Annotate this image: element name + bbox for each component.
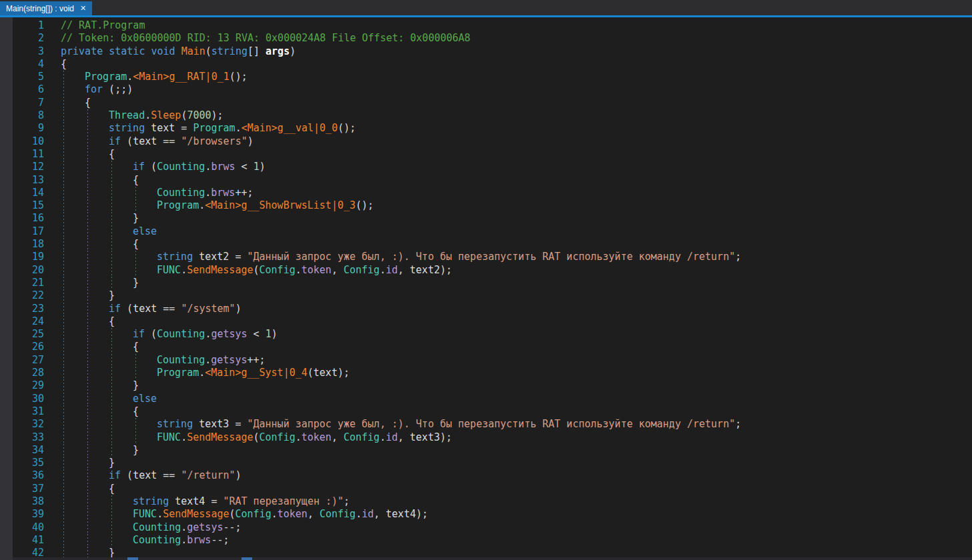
indent-guide — [63, 393, 64, 405]
indent-guide — [63, 379, 64, 392]
line-number: 26 — [13, 341, 44, 353]
code-text: if (Counting.brws < 1) — [133, 161, 266, 173]
close-icon[interactable]: ✕ — [80, 5, 86, 12]
line-number: 21 — [13, 277, 44, 289]
indent-guide — [111, 264, 112, 277]
line-number: 25 — [13, 328, 44, 341]
indent-guide — [111, 328, 112, 341]
indent-guide — [87, 341, 88, 353]
indent-guide — [63, 289, 64, 302]
indent-guide — [87, 483, 88, 495]
indent-guide — [87, 315, 88, 328]
indent-guide — [63, 225, 64, 238]
indent-guide — [87, 508, 88, 521]
code-text: Thread.Sleep(7000); — [109, 109, 223, 122]
indent-guide — [63, 161, 64, 173]
indent-guide — [87, 212, 88, 225]
code-line: 3private static void Main(string[] args) — [0, 45, 972, 58]
code-text: else — [133, 225, 157, 238]
code-text: { — [109, 483, 115, 495]
code-line: 17else — [0, 225, 972, 238]
indent-guide — [111, 225, 112, 238]
tab-main[interactable]: Main(string[]) : void ✕ — [0, 1, 92, 15]
indent-guide — [63, 521, 64, 534]
indent-guide — [111, 161, 112, 173]
indent-guide — [63, 534, 64, 547]
line-number: 3 — [13, 45, 44, 58]
indent-guide — [87, 444, 88, 457]
line-number: 38 — [13, 495, 44, 508]
indent-guide — [87, 405, 88, 418]
code-text: if (text == "/browsers") — [109, 135, 254, 148]
indent-guide — [63, 495, 64, 508]
code-text: else — [133, 393, 157, 405]
code-line: 18{ — [0, 238, 972, 251]
code-line: 40Counting.getsys--; — [0, 521, 972, 534]
horizontal-scrollbar[interactable] — [13, 557, 972, 560]
line-number: 24 — [13, 315, 44, 328]
indent-guide — [63, 97, 64, 109]
indent-guide — [135, 367, 136, 379]
indent-guide — [87, 393, 88, 405]
line-number: 12 — [13, 161, 44, 173]
line-number: 40 — [13, 521, 44, 534]
line-number: 5 — [13, 71, 44, 83]
indent-guide — [63, 405, 64, 418]
code-text: Program.<Main>g__ShowBrwsList|0_3(); — [157, 199, 374, 212]
indent-guide — [87, 328, 88, 341]
indent-guide — [87, 199, 88, 212]
code-text: { — [61, 58, 67, 71]
line-number: 4 — [13, 58, 44, 71]
indent-guide — [63, 122, 64, 135]
code-line: 14Counting.brws++; — [0, 187, 972, 199]
indent-guide — [111, 251, 112, 263]
line-number: 8 — [13, 109, 44, 122]
line-number: 9 — [13, 122, 44, 135]
indent-guide — [111, 367, 112, 379]
code-text: for (;;) — [85, 83, 133, 96]
code-text: { — [109, 315, 115, 328]
line-number: 19 — [13, 251, 44, 263]
code-text: } — [133, 379, 139, 392]
indent-guide — [87, 225, 88, 238]
code-line: 6for (;;) — [0, 83, 972, 96]
code-line: 31{ — [0, 405, 972, 418]
indent-guide — [135, 187, 136, 199]
code-text: { — [133, 341, 139, 353]
code-line: 28Program.<Main>g__Syst|0_4(text); — [0, 367, 972, 379]
code-line: 11{ — [0, 148, 972, 161]
indent-guide — [111, 379, 112, 392]
indent-guide — [87, 148, 88, 161]
indent-guide — [111, 212, 112, 225]
indent-guide — [63, 354, 64, 367]
line-number: 13 — [13, 174, 44, 187]
indent-guide — [63, 251, 64, 263]
indent-guide — [111, 199, 112, 212]
indent-guide — [87, 367, 88, 379]
indent-guide — [63, 238, 64, 251]
scrollbar-marker — [127, 557, 138, 560]
line-number: 36 — [13, 469, 44, 482]
indent-guide — [87, 109, 88, 122]
indent-guide — [87, 251, 88, 263]
indent-guide — [111, 418, 112, 431]
indent-guide — [87, 122, 88, 135]
line-number: 1 — [13, 19, 44, 32]
indent-guide — [63, 83, 64, 96]
code-line: 30else — [0, 393, 972, 405]
code-text: string text3 = "Данный запрос уже был, :… — [157, 418, 741, 431]
indent-guide — [63, 315, 64, 328]
code-editor[interactable]: 1// RAT.Program2// Token: 0x0600000D RID… — [0, 17, 972, 560]
indent-guide — [111, 341, 112, 353]
tab-label: Main(string[]) : void — [6, 4, 74, 13]
indent-guide — [63, 135, 64, 148]
indent-guide — [111, 534, 112, 547]
indent-guide — [87, 521, 88, 534]
line-number: 29 — [13, 379, 44, 392]
code-line: 25if (Counting.getsys < 1) — [0, 328, 972, 341]
code-line: 29} — [0, 379, 972, 392]
indent-guide — [63, 187, 64, 199]
code-text: { — [133, 174, 139, 187]
indent-guide — [63, 341, 64, 353]
line-number: 35 — [13, 457, 44, 469]
